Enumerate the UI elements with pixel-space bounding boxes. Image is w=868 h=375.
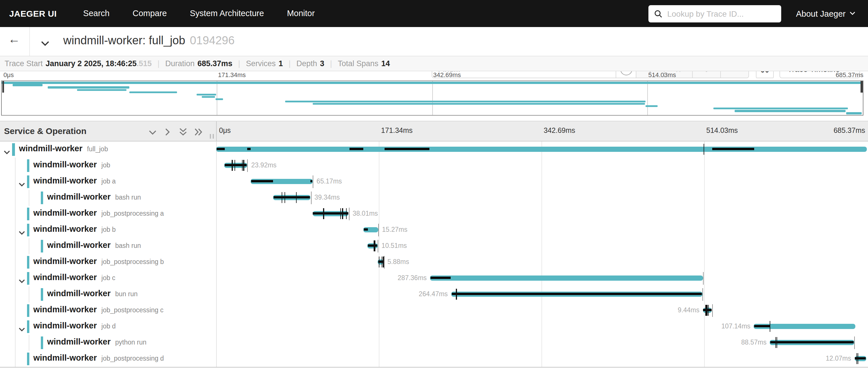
service-color-flag	[27, 175, 29, 188]
span-duration-label: 38.01ms	[353, 210, 378, 217]
expand-one-chevron-right-icon[interactable]	[164, 128, 171, 139]
minimap-span-bar	[13, 84, 42, 86]
minimap-right-drag-handle[interactable]	[861, 81, 863, 93]
jaeger-logo[interactable]: JAEGER UI	[0, 9, 57, 19]
minimap-axis-tick-label: 171.34ms	[218, 71, 246, 78]
minimap-axis-labels: 0μs171.34ms342.69ms514.03ms685.37ms	[0, 71, 868, 80]
span-log-tick	[242, 160, 243, 171]
span-collapse-chevron-icon[interactable]	[18, 323, 25, 334]
span-duration-label: 65.17ms	[316, 178, 342, 184]
span-row[interactable]: windmill-workerjob_postprocessing a38.01…	[0, 206, 868, 222]
trace-minimap[interactable]	[1, 80, 863, 115]
span-service-name: windmill-workerbun run	[47, 289, 138, 298]
top-nav: JAEGER UI Search Compare System Architec…	[0, 0, 868, 27]
summary-value-suffix: .515	[136, 59, 152, 68]
span-duration-bar[interactable]	[216, 146, 867, 152]
span-log-tick	[707, 305, 708, 316]
tree-guide-line	[15, 157, 15, 173]
span-child-segment	[251, 180, 273, 183]
column-resizer-grip[interactable]	[210, 134, 214, 139]
timeline-axis-tick-label: 342.69ms	[544, 126, 576, 135]
span-child-segment	[247, 148, 251, 150]
timeline-axis-tick-label: 514.03ms	[706, 126, 738, 135]
minimap-gridline	[217, 81, 218, 115]
span-operation-name: job_postprocessing d	[101, 355, 164, 362]
span-collapse-chevron-icon[interactable]	[18, 227, 25, 237]
trace-id-search-box[interactable]	[648, 5, 781, 22]
span-child-segment	[364, 229, 368, 231]
back-arrow-button[interactable]: ←	[8, 32, 20, 46]
span-row[interactable]: windmill-workerjob c287.36ms	[0, 270, 868, 286]
tree-guide-line	[15, 254, 15, 270]
tree-guide-line	[15, 222, 15, 238]
timeline-axis-tick-label: 171.34ms	[381, 126, 413, 135]
summary-value: January 2 2025, 18:46:25	[46, 59, 137, 68]
minimap-span-bar	[313, 103, 645, 105]
span-service-name: windmill-workerjob c	[33, 272, 115, 282]
minimap-span-bar	[713, 108, 847, 110]
span-collapse-chevron-icon[interactable]	[18, 275, 25, 286]
span-row[interactable]: windmill-workerbun run264.47ms	[0, 286, 868, 302]
span-row[interactable]: windmill-workerpython run88.57ms	[0, 335, 868, 351]
service-color-flag	[27, 304, 29, 317]
span-log-tick	[775, 337, 776, 348]
span-row[interactable]: windmill-workerfull_job	[0, 141, 868, 157]
span-log-tick	[284, 192, 285, 203]
span-operation-name: job_postprocessing b	[101, 258, 164, 265]
service-color-flag	[27, 256, 29, 268]
span-operation-name: full_job	[87, 145, 108, 152]
span-duration-label: 287.36ms	[398, 275, 427, 281]
span-duration-bar[interactable]	[430, 275, 703, 281]
span-row[interactable]: windmill-workerbash run39.34ms	[0, 190, 868, 206]
span-row[interactable]: windmill-workerjob a65.17ms	[0, 173, 868, 190]
span-service-name: windmill-workerjob a	[33, 176, 116, 185]
about-jaeger-menu[interactable]: About Jaeger	[796, 9, 855, 18]
trace-collapse-chevron-icon[interactable]	[41, 38, 50, 49]
span-collapse-chevron-icon[interactable]	[18, 179, 25, 189]
span-row[interactable]: windmill-workerjob_postprocessing b5.88m…	[0, 254, 868, 270]
service-color-flag	[27, 352, 29, 365]
minimap-left-drag-handle[interactable]	[2, 81, 4, 93]
span-service-name: windmill-workerjob_postprocessing a	[33, 208, 164, 218]
span-end-tick	[247, 159, 248, 172]
span-row[interactable]: windmill-workerjob d107.14ms	[0, 318, 868, 335]
nav-item-search[interactable]: Search	[71, 0, 121, 27]
expand-all-double-chevron-right-icon[interactable]	[194, 128, 203, 139]
span-row[interactable]: windmill-workerjob23.92ms	[0, 157, 868, 173]
span-operation-name: job	[101, 162, 111, 169]
column-divider[interactable]	[216, 121, 217, 141]
span-child-segment	[349, 148, 364, 150]
trace-id-search-input[interactable]	[666, 8, 775, 19]
service-color-flag	[27, 159, 29, 172]
span-end-tick	[349, 207, 349, 220]
summary-label: Total Spans	[338, 59, 378, 68]
minimap-axis-tick-label: 0μs	[3, 71, 14, 78]
span-row[interactable]: windmill-workerjob_postprocessing d12.07…	[0, 351, 868, 367]
span-service-name: windmill-workerfull_job	[19, 144, 108, 153]
separator: |	[238, 59, 240, 68]
tree-guide-line	[15, 335, 15, 351]
summary-value: 3	[320, 59, 324, 68]
span-row[interactable]: windmill-workerjob_postprocessing c9.44m…	[0, 302, 868, 318]
separator: |	[288, 59, 290, 68]
span-duration-label: 12.07ms	[826, 355, 851, 362]
summary-label: Duration	[165, 59, 194, 68]
minimap-span-bar	[77, 89, 126, 91]
span-end-tick	[384, 256, 384, 268]
span-log-tick	[776, 337, 777, 348]
span-child-segment	[368, 245, 377, 247]
span-collapse-chevron-icon[interactable]	[3, 146, 10, 157]
nav-item-compare[interactable]: Compare	[121, 0, 178, 27]
span-end-tick	[378, 239, 378, 252]
nav-item-system-architecture[interactable]: System Architecture	[179, 0, 276, 27]
span-operation-name: job a	[101, 178, 116, 184]
span-row[interactable]: windmill-workerbash run10.51ms	[0, 238, 868, 254]
collapse-all-double-chevron-down-icon[interactable]	[179, 128, 187, 139]
collapse-all-chevron-down-icon[interactable]	[148, 128, 157, 138]
nav-item-monitor[interactable]: Monitor	[275, 0, 326, 27]
span-child-segment	[713, 148, 754, 150]
span-log-tick	[243, 160, 244, 171]
span-operation-name: job c	[101, 275, 116, 281]
span-row[interactable]: windmill-workerjob b15.27ms	[0, 222, 868, 238]
jaeger-trace-page: JAEGER UI Search Compare System Architec…	[0, 0, 868, 375]
